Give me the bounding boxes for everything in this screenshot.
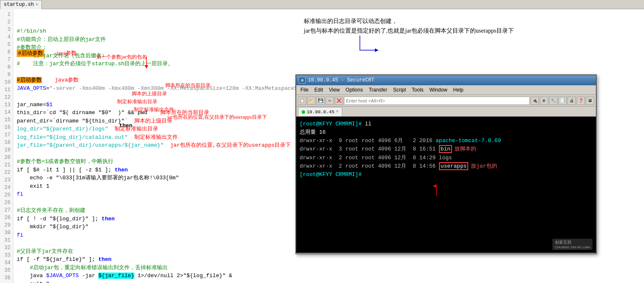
code-line: exit 0 <box>17 280 641 283</box>
terminal-line: drwxr-xr-x 2 root root 4096 12月 8 14:56 … <box>300 162 593 171</box>
code-line: java $JAVA_OPTS -jar ${jar_file} 1>/dev/… <box>17 272 641 280</box>
securecrt-menu-item[interactable]: Edit <box>312 86 326 94</box>
toolbar-btn-6[interactable]: 🔌 <box>531 97 539 105</box>
terminal-line: drwxr-xr-x 9 root root 4096 6月 2 2016 ap… <box>300 137 593 145</box>
tab-label: startup.sh <box>4 2 34 8</box>
toolbar-btn-3[interactable]: 💾 <box>316 97 325 105</box>
terminal-line: 总用量 16 <box>300 128 593 137</box>
terminal-line: drwxr-xr-x 3 root root 4096 12月 8 16:51 … <box>300 145 593 153</box>
session-close-btn[interactable]: × <box>336 110 339 114</box>
code-line: #功能简介：启动上层目录的jar文件 <box>17 36 641 44</box>
toolbar-btn-2[interactable]: 📂 <box>307 97 316 105</box>
toolbar-btn-7[interactable]: ⚙ <box>540 97 548 105</box>
securecrt-title: 10.90.0.45 - SecureCRT <box>308 77 374 83</box>
toolbar-btn-12[interactable]: 🖥 <box>586 97 594 105</box>
securecrt-menu-item[interactable]: Help <box>451 86 466 94</box>
securecrt-icon: 🖥 <box>299 77 305 84</box>
toolbar-btn-4[interactable]: ✂ <box>326 97 334 105</box>
toolbar-btn-10[interactable]: 🖨 <box>567 97 576 105</box>
securecrt-menu: FileEditViewOptionsTransferScriptToolsWi… <box>296 85 596 95</box>
securecrt-toolbar: 📋 📂 💾 ✂ ❌ 🔌 ⚙ 🔧 📑 🖨 ❓ 🖥 <box>296 95 596 107</box>
startup-sh-tab[interactable]: startup.sh × <box>0 0 42 9</box>
securecrt-menu-item[interactable]: Transfer <box>366 86 390 94</box>
terminal-line: [root@KFYY CRMRMI]# <box>300 171 593 179</box>
code-line: if [ -f "${jar_file}" ]; then <box>17 255 641 264</box>
code-line: # $1:jar文件名（包含后缀名） <box>17 52 641 60</box>
session-tab-label: 10.90.0.45 <box>307 110 334 115</box>
toolbar-btn-9[interactable]: 📑 <box>558 97 567 105</box>
code-line: # 注意：jar文件必须位于startup.sh目录的上一层目录。 <box>17 60 641 68</box>
connection-indicator <box>302 110 305 114</box>
toolbar-btn-1[interactable]: 📋 <box>298 97 306 105</box>
session-tab[interactable]: 10.90.0.45 × <box>298 107 342 116</box>
tab-bar: startup.sh × <box>0 0 644 9</box>
code-line: #参数简介： <box>17 43 641 52</box>
terminal-line: [root@KFYY CRMRMI]# ll <box>300 120 593 128</box>
securecrt-tab-bar: 10.90.0.45 × <box>296 107 596 117</box>
toolbar-btn-11[interactable]: ❓ <box>577 97 585 105</box>
line-numbers: 1234567891011121314151617181920212223242… <box>0 9 13 283</box>
securecrt-terminal[interactable]: [root@KFYY CRMRMI]# ll总用量 16drwxr-xr-x 9… <box>296 117 596 253</box>
securecrt-menu-item[interactable]: View <box>326 86 342 94</box>
terminal-line: drwxr-xr-x 2 root root 4096 12月 8 14:29 … <box>300 154 593 162</box>
securecrt-menu-item[interactable]: Options <box>343 86 365 94</box>
securecrt-window: 🖥 10.90.0.45 - SecureCRT FileEditViewOpt… <box>295 74 597 254</box>
securecrt-menu-item[interactable]: Tools <box>409 86 426 94</box>
code-line: #!/bin/sh <box>17 27 641 36</box>
securecrt-menu-item[interactable]: Script <box>390 86 408 94</box>
code-line: #启动jar包，重定向标准错误输出到文件，丢掉标准输出 <box>17 264 641 272</box>
tab-close-button[interactable]: × <box>36 3 38 7</box>
securecrt-menu-item[interactable]: File <box>298 86 311 94</box>
securecrt-titlebar: 🖥 10.90.0.45 - SecureCRT <box>296 75 596 85</box>
watermark: 创新互联 CHUANG XIN HU LIAN <box>552 239 593 250</box>
toolbar-btn-5[interactable]: ❌ <box>335 97 343 105</box>
toolbar-btn-8[interactable]: 🔧 <box>549 97 557 105</box>
securecrt-menu-item[interactable]: Window <box>427 86 450 94</box>
host-input[interactable] <box>344 97 530 105</box>
